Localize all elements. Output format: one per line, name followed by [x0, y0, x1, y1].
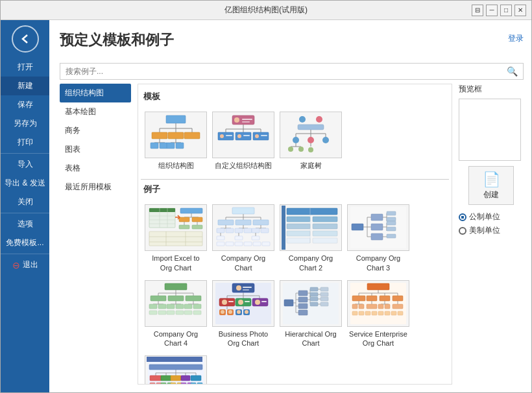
- svg-rect-90: [244, 228, 252, 233]
- example-hierarchical[interactable]: Hierarchical Org Chart: [278, 278, 343, 351]
- svg-rect-223: [367, 283, 389, 290]
- svg-rect-19: [242, 119, 252, 120]
- create-button[interactable]: 📄 创建: [468, 166, 514, 205]
- svg-rect-81: [236, 220, 251, 225]
- svg-rect-265: [161, 375, 171, 381]
- restore-btn[interactable]: ⊟: [472, 5, 483, 16]
- example-import-excel[interactable]: Import Excel to Org Chart: [143, 202, 208, 275]
- sidebar-divider-2: [1, 213, 49, 213]
- svg-rect-239: [367, 304, 377, 309]
- svg-rect-153: [167, 304, 175, 309]
- close-btn[interactable]: ✕: [514, 5, 526, 16]
- svg-rect-105: [253, 242, 261, 246]
- svg-rect-169: [243, 289, 249, 291]
- svg-rect-34: [261, 135, 267, 136]
- sidebar-item-exit[interactable]: ⊖ 退出: [1, 256, 49, 274]
- exit-icon: ⊖: [12, 260, 20, 270]
- svg-rect-154: [176, 304, 184, 309]
- svg-rect-113: [287, 231, 310, 236]
- svg-rect-183: [261, 301, 267, 302]
- sidebar-item-import[interactable]: 导入: [1, 155, 49, 174]
- svg-rect-177: [228, 301, 234, 302]
- svg-rect-243: [385, 304, 390, 309]
- svg-rect-135: [387, 227, 396, 231]
- svg-rect-162: [176, 311, 184, 315]
- svg-point-30: [237, 134, 241, 138]
- category-charts[interactable]: 图表: [60, 140, 131, 159]
- example-company-org-1[interactable]: Company Org Chart: [211, 202, 276, 275]
- svg-rect-103: [235, 242, 243, 246]
- category-tables[interactable]: 表格: [60, 159, 131, 178]
- svg-rect-102: [226, 242, 234, 246]
- example-thumb-company-org-1: [212, 204, 274, 251]
- svg-rect-101: [217, 242, 224, 246]
- example-service-enterprise[interactable]: Service Enterprise Org Chart: [346, 278, 411, 351]
- svg-rect-137: [387, 234, 396, 238]
- preview-box: [459, 99, 521, 161]
- svg-rect-249: [372, 311, 377, 315]
- svg-rect-163: [184, 311, 192, 315]
- example-name-import-excel: Import Excel to Org Chart: [146, 254, 206, 272]
- svg-rect-278: [197, 383, 202, 384]
- sidebar-item-save-as[interactable]: 另存为: [1, 114, 49, 133]
- sidebar: 打开 新建 保存 另存为 打印 导入 导出 & 发送 关闭: [1, 20, 49, 392]
- sidebar-item-new[interactable]: 新建: [1, 77, 49, 95]
- svg-rect-204: [298, 304, 308, 309]
- title-bar: 亿图组织结构图(试用版) ⊟ ─ □ ✕: [1, 1, 531, 20]
- svg-rect-217: [320, 292, 328, 296]
- svg-rect-180: [245, 301, 250, 302]
- template-family-tree[interactable]: 家庭树: [278, 109, 343, 173]
- category-panel: 组织结构图 基本绘图 商务 图表 表格 最近所用模板: [60, 84, 131, 385]
- svg-rect-53: [149, 208, 175, 212]
- svg-rect-98: [235, 236, 243, 240]
- example-department[interactable]: Department Org Chart: [143, 353, 208, 384]
- svg-rect-94: [261, 228, 269, 233]
- template-org-basic[interactable]: 组织结构图: [143, 109, 208, 173]
- sidebar-item-free-templates[interactable]: 免费模板...: [1, 233, 49, 252]
- svg-rect-0: [166, 115, 186, 123]
- sidebar-item-options[interactable]: 选项: [1, 215, 49, 233]
- sidebar-item-print[interactable]: 打印: [1, 133, 49, 152]
- header-row: 预定义模板和例子 登录: [60, 30, 524, 58]
- template-name-org-custom: 自定义组织结构图: [215, 161, 272, 170]
- svg-rect-130: [387, 211, 396, 215]
- template-scroll[interactable]: 模板: [138, 84, 452, 384]
- example-company-org-2[interactable]: Company Org Chart 2: [278, 202, 343, 275]
- create-btn-label: 创建: [483, 189, 499, 200]
- example-thumb-company-org-2: [280, 204, 342, 251]
- unit-metric-radio[interactable]: 公制单位: [459, 211, 524, 222]
- sidebar-item-save[interactable]: 保存: [1, 95, 49, 114]
- category-org-chart[interactable]: 组织结构图: [60, 84, 131, 102]
- minimize-btn[interactable]: ─: [486, 5, 498, 16]
- sidebar-item-open[interactable]: 打开: [1, 58, 49, 77]
- maximize-btn[interactable]: □: [500, 5, 512, 16]
- category-recent[interactable]: 最近所用模板: [60, 178, 131, 196]
- svg-rect-245: [393, 304, 403, 309]
- svg-rect-157: [184, 304, 192, 309]
- search-input[interactable]: [60, 64, 502, 79]
- template-org-custom[interactable]: 自定义组织结构图: [211, 109, 276, 173]
- example-business-photo[interactable]: Business Photo Org Chart: [211, 278, 276, 351]
- back-button[interactable]: [12, 25, 39, 53]
- metric-radio-circle: [459, 213, 466, 221]
- example-company-org-4[interactable]: Company Org Chart 4: [143, 278, 208, 351]
- sidebar-item-export[interactable]: 导出 & 发送: [1, 174, 49, 193]
- svg-rect-86: [226, 228, 234, 233]
- category-business[interactable]: 商务: [60, 121, 131, 140]
- svg-rect-112: [313, 224, 337, 229]
- search-icon[interactable]: 🔍: [502, 64, 523, 79]
- window-title: 亿图组织结构图(试用版): [224, 5, 308, 16]
- svg-rect-256: [149, 364, 202, 370]
- svg-rect-108: [287, 208, 337, 215]
- unit-imperial-radio[interactable]: 美制单位: [459, 225, 524, 236]
- category-basic-drawing[interactable]: 基本绘图: [60, 102, 131, 121]
- template-grid-examples: Import Excel to Org Chart: [141, 198, 449, 384]
- svg-rect-82: [253, 220, 269, 225]
- svg-rect-96: [217, 236, 224, 240]
- example-company-org-3[interactable]: Company Org Chart 3: [346, 202, 411, 275]
- template-thumb-org-basic: [145, 112, 207, 158]
- sidebar-item-close[interactable]: 关闭: [1, 193, 49, 211]
- svg-point-182: [255, 300, 260, 305]
- svg-rect-106: [262, 242, 270, 246]
- login-link[interactable]: 登录: [508, 33, 524, 44]
